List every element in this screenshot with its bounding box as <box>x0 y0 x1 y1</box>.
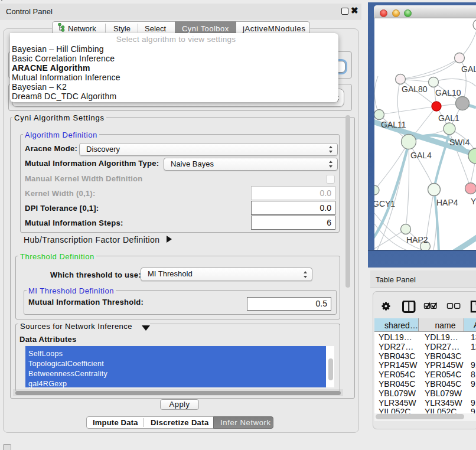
svg-text:SWI4: SWI4 <box>449 138 470 147</box>
svg-text:GAL11: GAL11 <box>381 120 406 129</box>
svg-text:GAL80: GAL80 <box>402 84 428 94</box>
svg-text:GAL7: GAL7 <box>461 64 476 74</box>
svg-text:GAL1: GAL1 <box>438 113 459 123</box>
svg-text:Y: Y <box>471 197 476 206</box>
svg-text:GAL10: GAL10 <box>435 88 461 97</box>
svg-text:HAP2: HAP2 <box>406 235 428 244</box>
svg-text:GCY1: GCY1 <box>374 199 395 208</box>
svg-text:GAL4: GAL4 <box>410 151 432 160</box>
svg-text:HAP4: HAP4 <box>436 198 458 207</box>
